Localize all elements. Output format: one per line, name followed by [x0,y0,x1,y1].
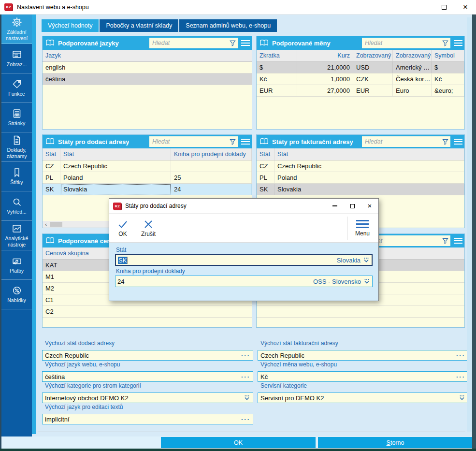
gear-icon [12,17,22,28]
panel-menu-button[interactable] [451,36,464,50]
ok-button[interactable]: OK [161,437,316,448]
column-header-zkratka[interactable]: Zkratka [257,50,297,61]
table-row[interactable]: CZ Czech Republic [257,160,464,172]
scrollbar-thumb[interactable] [50,222,62,227]
column-header-zobrazovany-kod[interactable]: Zobrazovaný k [353,50,393,61]
column-header-kniha[interactable]: Kniha pro prodejní doklady [171,148,252,160]
tab-seznam-adminu[interactable]: Seznam adminů webu, e-shopu [179,19,277,32]
storno-button[interactable]: Storno [318,437,473,448]
table-row[interactable]: english [43,62,252,73]
dialog-close-button[interactable] [361,199,378,213]
ellipsis-button[interactable] [241,416,250,423]
combo-dropdown-icon[interactable] [459,395,465,401]
table-row[interactable]: CZ Czech Republic [43,160,252,172]
table-row-selected[interactable]: SK Slovakia [257,184,464,195]
k2-logo-icon: K2 [113,203,121,210]
tab-bar: Výchozí hodnoty Pobočky a vlastní sklady… [42,19,277,32]
dialog-minimize-button[interactable] [326,199,344,213]
filter-icon[interactable] [442,237,449,245]
sidebar-item-platby[interactable]: Platby [1,250,32,280]
filter-icon[interactable] [442,40,449,47]
column-header-stat[interactable]: Stát [60,148,171,160]
ellipsis-button[interactable] [456,352,465,359]
column-header-stat-kod[interactable]: Stát [257,148,274,160]
combo-dropdown-icon[interactable] [244,395,250,401]
dialog-ok-button[interactable]: OK [117,219,129,237]
sidebar-item-zakladni-nastaveni[interactable]: Základní nastavení [1,15,32,44]
dialog-menu-button[interactable]: Menu [355,219,370,237]
combo-dropdown-icon[interactable] [363,257,370,263]
cell: 1,0000 [297,73,353,85]
dialog-field-stat[interactable]: SK Slovakia [115,254,373,266]
field-value: Czech Republic [45,352,241,359]
combo-dropdown-icon[interactable] [363,278,370,285]
ellipsis-button[interactable] [241,352,250,359]
filter-icon[interactable] [442,138,449,145]
column-header-stat-kod[interactable]: Stát [43,148,60,160]
search-input[interactable] [365,138,442,145]
panel-menu-button[interactable] [451,234,464,247]
table-row[interactable] [257,306,464,318]
dialog-title-bar: K2 Státy pro dodací adresy [109,199,378,213]
field-vychozi-jazyk-editace[interactable]: implicitní [42,414,253,424]
cell: Slovakia [274,184,464,195]
ellipsis-button[interactable] [241,373,250,380]
filter-icon[interactable] [229,40,236,47]
cell: Czech Republic [60,160,171,172]
field-value: Kč [260,373,456,380]
table-row-selected[interactable]: čeština [43,73,252,85]
sidebar-item-stranky[interactable]: Stránky [1,103,32,132]
table-row[interactable]: C2 [43,306,252,318]
table-row[interactable]: PL Poland [257,172,464,184]
dialog-cancel-label: Zrušit [141,231,156,237]
cell: Czech Republic [274,160,464,172]
sidebar-item-analyticke-nastroje[interactable]: Analytické nástroje [1,221,32,250]
field-vychozi-stat-fakturacni[interactable]: Czech Republic [258,350,468,361]
column-header-symbol[interactable]: Symbol [432,50,464,61]
field-servisni-kategorie[interactable]: Servisní pro DEMO K2 [258,393,468,403]
window-frame-right [472,15,476,449]
column-header-kurz[interactable]: Kurz [297,50,353,61]
vertical-scrollbar[interactable] [467,17,472,432]
dialog-field-kniha[interactable]: 24 OSS - Slovensko [115,276,373,287]
sidebar-item-doklady-zaznamy[interactable]: Doklady, záznamy [1,132,32,162]
dialog-maximize-button[interactable] [344,199,361,213]
sidebar-item-funkce[interactable]: Funkce [1,73,32,103]
field-vychozi-stat-dodaci[interactable]: Czech Republic [42,350,253,361]
table-row[interactable]: PL Poland 25 [43,172,252,184]
minimize-button[interactable] [412,0,433,15]
sidebar-item-vyhledavani[interactable]: Vyhled... [1,191,32,221]
filter-icon[interactable] [229,138,236,145]
scroll-left-arrow[interactable]: ‹ [43,221,49,228]
sidebar-item-zobrazeni[interactable]: Zobraz... [1,44,32,73]
sidebar-item-nabidky[interactable]: Nabídky [1,280,32,309]
panel-menu-button[interactable] [239,135,252,148]
tab-vychozi-hodnoty[interactable]: Výchozí hodnoty [42,19,99,32]
search-input[interactable] [152,40,229,46]
table-row[interactable]: Kč 1,0000 CZK Česká kor… Kč [257,73,464,85]
table-row[interactable]: EUR 27,0000 EUR Euro &euro; [257,85,464,97]
search-input[interactable] [152,138,229,145]
field-vychozi-kategorie[interactable]: Internetový obchod DEMO K2 [42,393,253,403]
tab-pobocky-a-vlastni-sklady[interactable]: Pobočky a vlastní sklady [100,19,178,32]
sidebar-item-stitky[interactable]: Štítky [1,162,32,191]
table-row-selected[interactable]: $ 21,0000 USD Americký … $ [257,62,464,73]
maximize-button[interactable] [433,0,455,15]
column-header-stat[interactable]: Stát [274,148,464,160]
column-header-jazyk[interactable]: Jazyk [43,50,252,61]
title-bar: K2 Nastavení webu a e-shopu [0,0,476,15]
table-header: Stát Stát [257,148,464,160]
text-caret [128,257,128,264]
close-button[interactable] [455,0,476,15]
ellipsis-button[interactable] [456,373,465,380]
search-input[interactable] [365,40,442,46]
field-vychozi-mena[interactable]: Kč [258,371,468,382]
table-empty-area [257,318,464,327]
dialog-cancel-button[interactable]: Zrušit [141,219,156,237]
panel-menu-button[interactable] [239,36,252,50]
column-header-zobrazovany-nazev[interactable]: Zobrazovaný r [393,50,432,61]
table-row-selected[interactable]: SK Slovakia 24 [43,184,252,195]
table-header: Stát Stát Kniha pro prodejní doklady [43,148,252,160]
field-vychozi-jazyk-webu[interactable]: čeština [42,371,253,382]
panel-menu-button[interactable] [451,135,464,148]
